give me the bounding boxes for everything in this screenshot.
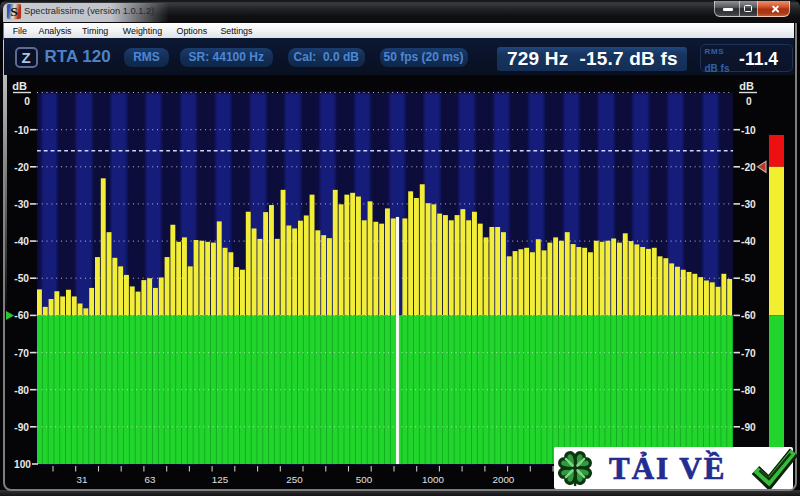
svg-text:2000: 2000 (493, 474, 515, 485)
svg-text:-30: -30 (14, 199, 29, 210)
svg-text:-20: -20 (14, 162, 29, 173)
svg-text:-70: -70 (14, 348, 29, 359)
svg-text:-80: -80 (14, 385, 29, 396)
svg-text:dB: dB (739, 80, 754, 92)
svg-text:-10: -10 (741, 125, 756, 136)
svg-text:dB: dB (12, 80, 27, 92)
svg-text:-10: -10 (14, 125, 29, 136)
svg-text:1000: 1000 (422, 474, 444, 485)
svg-text:100: 100 (14, 459, 31, 470)
svg-text:-40: -40 (14, 236, 29, 247)
svg-text:-50: -50 (741, 273, 756, 284)
svg-text:-80: -80 (741, 385, 756, 396)
svg-text:500: 500 (356, 474, 373, 485)
svg-text:-20: -20 (741, 162, 756, 173)
svg-text:-60: -60 (14, 310, 29, 321)
svg-text:63: 63 (145, 474, 156, 485)
svg-text:0: 0 (24, 96, 30, 107)
svg-text:-90: -90 (14, 422, 29, 433)
svg-text:-60: -60 (741, 310, 756, 321)
svg-text:250: 250 (286, 474, 303, 485)
svg-text:-70: -70 (741, 348, 756, 359)
svg-text:-40: -40 (741, 236, 756, 247)
svg-text:-50: -50 (14, 273, 29, 284)
svg-text:125: 125 (212, 474, 229, 485)
svg-text:-90: -90 (741, 422, 756, 433)
svg-text:-30: -30 (741, 199, 756, 210)
svg-text:31: 31 (77, 474, 88, 485)
svg-text:0: 0 (746, 96, 752, 107)
